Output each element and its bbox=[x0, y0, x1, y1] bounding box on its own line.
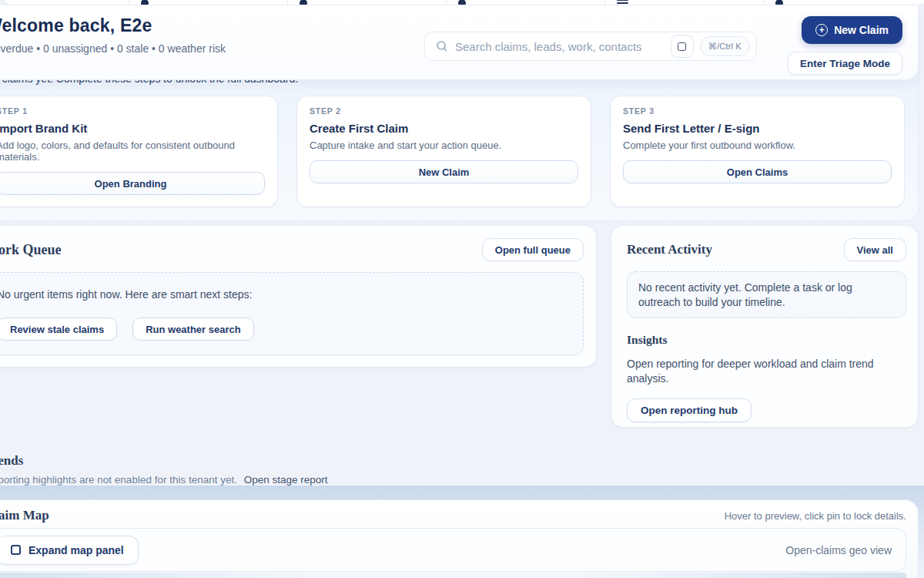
step-description: Add logo, colors, and defaults for consi… bbox=[0, 139, 265, 163]
recent-activity-title: Recent Activity bbox=[627, 242, 712, 257]
search-icon bbox=[436, 40, 448, 52]
header-stats: 0 overdue • 0 unassigned • 0 stale • 0 w… bbox=[0, 42, 226, 55]
claim-map-section: Claim Map Hover to preview, click pin to… bbox=[0, 486, 924, 578]
search-display-toggle-button[interactable] bbox=[671, 35, 694, 58]
global-search: ⌘/Ctrl K bbox=[424, 32, 757, 61]
onboarding-steps: STEP 1 Import Brand Kit Add logo, colors… bbox=[0, 96, 905, 207]
step-title: Import Brand Kit bbox=[0, 122, 265, 135]
claim-map-title: Claim Map bbox=[0, 508, 49, 523]
keyboard-shortcut-badge: ⌘/Ctrl K bbox=[700, 36, 750, 56]
review-stale-claims-button[interactable]: Review stale claims bbox=[0, 318, 117, 341]
step-title: Send First Letter / E-sign bbox=[623, 122, 892, 135]
work-queue-card: Work Queue Open full queue No urgent ite… bbox=[0, 225, 597, 368]
step-label: STEP 2 bbox=[310, 106, 578, 116]
activity-empty-state: No recent activity yet. Complete a task … bbox=[627, 271, 906, 318]
open-stage-report-link[interactable]: Open stage report bbox=[244, 474, 328, 486]
step-description: Capture intake and start your action que… bbox=[310, 139, 578, 151]
step-label: STEP 3 bbox=[623, 106, 892, 116]
open-branding-button[interactable]: Open Branding bbox=[0, 172, 265, 195]
nav-card[interactable] bbox=[605, 0, 764, 5]
open-claims-button[interactable]: Open Claims bbox=[623, 160, 892, 183]
nav-card[interactable] bbox=[129, 0, 288, 5]
open-full-queue-button[interactable]: Open full queue bbox=[482, 238, 584, 261]
enter-triage-mode-button[interactable]: Enter Triage Mode bbox=[788, 52, 902, 75]
step-title: Create First Claim bbox=[310, 122, 578, 135]
work-queue-title: Work Queue bbox=[0, 242, 62, 258]
nav-card[interactable] bbox=[288, 0, 447, 5]
geo-view-label: Open-claims geo view bbox=[785, 544, 892, 556]
page-header: Welcome back, E2e 0 overdue • 0 unassign… bbox=[0, 5, 919, 80]
plus-circle-icon: + bbox=[815, 24, 828, 36]
square-icon bbox=[678, 42, 686, 51]
step-card-2: STEP 2 Create First Claim Capture intake… bbox=[296, 96, 591, 207]
top-nav-strip bbox=[3, 0, 924, 5]
claim-map-hint: Hover to preview, click pin to lock deta… bbox=[725, 510, 906, 522]
claim-map-card: Claim Map Hover to preview, click pin to… bbox=[0, 499, 919, 578]
trends-message: Reporting highlights are not enabled for… bbox=[0, 474, 237, 486]
dashboard-page: No claims yet. Complete these steps to u… bbox=[0, 0, 924, 578]
trends-section: Trends Reporting highlights are not enab… bbox=[0, 453, 328, 486]
nav-dot-icon bbox=[775, 0, 783, 5]
step-description: Complete your first outbound workflow. bbox=[623, 139, 892, 151]
nav-card[interactable] bbox=[447, 0, 605, 5]
nav-card[interactable] bbox=[764, 0, 924, 5]
page-title: Welcome back, E2e bbox=[0, 15, 226, 36]
nav-dot-icon bbox=[141, 0, 149, 5]
expand-map-panel-button[interactable]: Expand map panel bbox=[0, 536, 139, 565]
expand-square-icon bbox=[11, 545, 21, 555]
step-card-3: STEP 3 Send First Letter / E-sign Comple… bbox=[610, 96, 905, 207]
insights-title: Insights bbox=[627, 333, 906, 347]
search-input[interactable] bbox=[455, 40, 648, 53]
step-label: STEP 1 bbox=[0, 106, 265, 116]
work-queue-empty-state: No urgent items right now. Here are smar… bbox=[0, 272, 584, 355]
nav-list-icon bbox=[617, 0, 628, 5]
view-all-button[interactable]: View all bbox=[844, 238, 906, 261]
nav-dot-icon bbox=[458, 0, 466, 5]
expand-map-panel-label: Expand map panel bbox=[28, 544, 124, 556]
new-claim-step-button[interactable]: New Claim bbox=[310, 160, 578, 183]
onboarding-banner: No claims yet. Complete these steps to u… bbox=[0, 59, 919, 221]
new-claim-button[interactable]: + New Claim bbox=[802, 16, 902, 44]
map-canvas[interactable] bbox=[0, 573, 906, 578]
insights-text: Open reporting for deeper workload and c… bbox=[627, 357, 881, 385]
new-claim-label: New Claim bbox=[834, 24, 889, 36]
step-card-1: STEP 1 Import Brand Kit Add logo, colors… bbox=[0, 96, 278, 207]
trends-title: Trends bbox=[0, 453, 328, 469]
recent-activity-card: Recent Activity View all No recent activ… bbox=[611, 225, 919, 428]
nav-dot-icon bbox=[300, 0, 307, 5]
run-weather-search-button[interactable]: Run weather search bbox=[132, 318, 254, 341]
open-reporting-hub-button[interactable]: Open reporting hub bbox=[627, 398, 752, 422]
nav-card[interactable] bbox=[4, 0, 129, 5]
map-toolbar: Expand map panel Open-claims geo view bbox=[0, 528, 906, 572]
work-queue-empty-message: No urgent items right now. Here are smar… bbox=[0, 288, 569, 301]
